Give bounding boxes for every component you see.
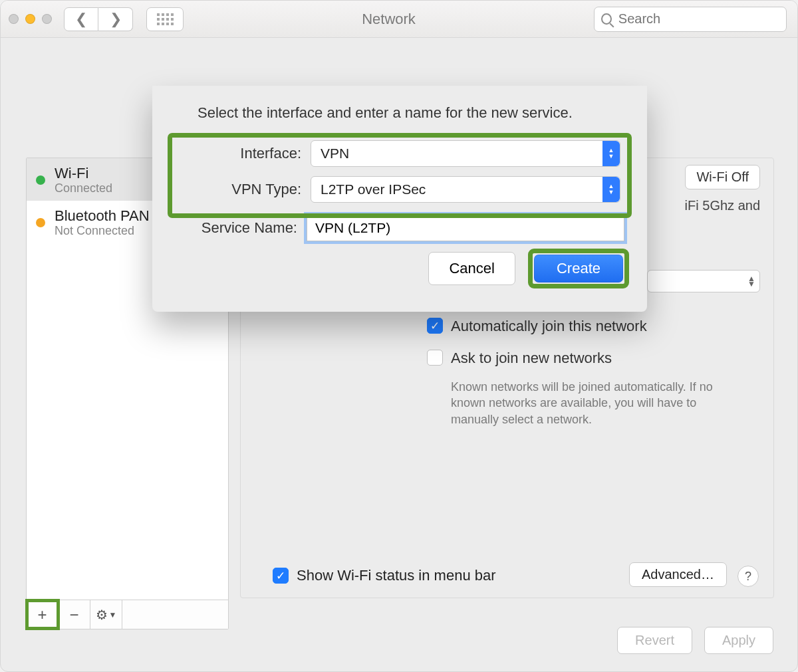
chevron-right-icon: ❯	[110, 11, 122, 28]
search-icon	[601, 13, 612, 25]
zoom-window-button[interactable]	[42, 14, 52, 24]
chevron-left-icon: ❮	[75, 11, 87, 28]
service-list-footer: + − ⚙︎ ▼	[27, 600, 228, 629]
auto-join-checkbox[interactable]: ✓	[427, 318, 443, 334]
check-icon: ✓	[276, 569, 285, 583]
vpn-type-select[interactable]: L2TP over IPSec ▲▼	[311, 176, 620, 203]
cancel-button[interactable]: Cancel	[428, 252, 515, 285]
gear-icon: ⚙︎	[96, 607, 108, 623]
add-service-button[interactable]: +	[27, 600, 59, 629]
menu-bar-row: ✓ Show Wi-Fi status in menu bar	[273, 567, 496, 584]
ask-join-checkbox[interactable]	[427, 350, 443, 366]
service-texts: Bluetooth PAN Not Connected	[55, 207, 150, 238]
service-status: Connected	[55, 181, 112, 195]
service-status: Not Connected	[55, 224, 150, 238]
show-all-button[interactable]	[146, 7, 184, 31]
check-icon: ✓	[430, 319, 440, 333]
interface-value: VPN	[321, 146, 349, 162]
service-name-row: Service Name:	[171, 215, 628, 241]
minimize-window-button[interactable]	[25, 14, 35, 24]
service-name-label: Service Name:	[175, 219, 297, 237]
interface-label: Interface:	[179, 145, 301, 162]
revert-button[interactable]: Revert	[617, 627, 692, 654]
traffic-lights	[9, 14, 52, 24]
ask-join-label: Ask to join new networks	[451, 350, 612, 367]
show-status-checkbox[interactable]: ✓	[273, 568, 289, 584]
close-window-button[interactable]	[9, 14, 19, 24]
show-status-label: Show Wi-Fi status in menu bar	[297, 567, 496, 584]
forward-button[interactable]: ❯	[98, 7, 133, 31]
service-texts: Wi-Fi Connected	[55, 165, 112, 195]
ask-join-help: Known networks will be joined automatica…	[451, 379, 737, 427]
search-field-wrap[interactable]	[594, 7, 787, 32]
help-button[interactable]: ?	[737, 566, 759, 587]
advanced-button[interactable]: Advanced…	[629, 562, 727, 587]
vpn-type-label: VPN Type:	[179, 181, 301, 198]
status-dot-icon	[36, 218, 45, 227]
network-name-fragment: iFi 5Ghz and	[685, 198, 760, 213]
select-arrows-icon: ▲▼	[602, 177, 620, 202]
select-arrows-icon: ▲▼	[602, 141, 620, 166]
interface-row: Interface: VPN ▲▼	[175, 140, 624, 167]
service-actions-menu[interactable]: ⚙︎ ▼	[90, 600, 122, 629]
content-area: Wi-Fi Off iFi 5Ghz and ▲▼ ✓ Automaticall…	[1, 38, 797, 671]
remove-service-button[interactable]: −	[59, 600, 90, 629]
status-dot-icon	[36, 175, 45, 185]
interface-select[interactable]: VPN ▲▼	[311, 140, 620, 167]
window-title: Network	[190, 11, 587, 28]
stepper-icon: ▲▼	[747, 276, 755, 286]
nav-back-forward: ❮ ❯	[64, 7, 133, 31]
back-button[interactable]: ❮	[64, 7, 98, 31]
service-name-input[interactable]	[307, 215, 624, 241]
vpn-type-row: VPN Type: L2TP over IPSec ▲▼	[175, 176, 624, 203]
sheet-actions: Cancel Create	[171, 252, 628, 285]
titlebar: ❮ ❯ Network	[1, 1, 797, 38]
apply-button[interactable]: Apply	[704, 627, 773, 654]
sheet-instruction: Select the interface and enter a name fo…	[171, 104, 628, 122]
auto-join-row: ✓ Automatically join this network	[427, 318, 760, 335]
network-name-select[interactable]: ▲▼	[647, 270, 760, 292]
create-button[interactable]: Create	[534, 255, 623, 282]
network-preferences-window: ❮ ❯ Network Wi-Fi Off iFi 5Ghz and	[0, 0, 798, 672]
footer-actions: Revert Apply	[617, 627, 773, 654]
service-name: Wi-Fi	[55, 165, 112, 181]
search-input[interactable]	[617, 11, 779, 27]
highlighted-select-group: Interface: VPN ▲▼ VPN Type: L2TP over IP…	[171, 136, 628, 215]
plus-icon: +	[37, 606, 47, 624]
vpn-type-value: L2TP over IPSec	[321, 181, 426, 197]
minus-icon: −	[69, 606, 78, 624]
wifi-options: ✓ Automatically join this network Ask to…	[427, 318, 760, 427]
new-service-sheet: Select the interface and enter a name fo…	[152, 86, 647, 312]
highlighted-create: Create	[531, 252, 626, 285]
grid-icon	[157, 13, 174, 25]
chevron-down-icon: ▼	[109, 610, 117, 619]
auto-join-label: Automatically join this network	[451, 318, 647, 335]
service-name: Bluetooth PAN	[55, 207, 150, 224]
ask-join-row: Ask to join new networks Known networks …	[427, 350, 760, 427]
wifi-toggle-button[interactable]: Wi-Fi Off	[685, 165, 760, 189]
